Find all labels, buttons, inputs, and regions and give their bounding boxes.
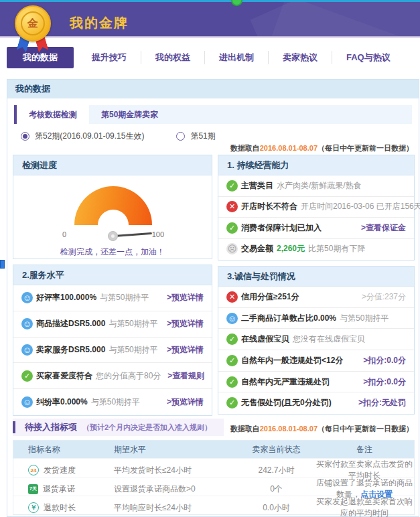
smile-icon: ☺: [21, 344, 33, 356]
deduction-link[interactable]: >扣分:0.0分: [363, 376, 406, 388]
check-icon: ✓: [226, 376, 238, 388]
table-row-shipping-speed: 24 发货速度 平均发货时长≤24小时 242.7小时 买家付款至卖家点击发货的…: [13, 458, 414, 477]
panel-title-business-continuity: 1. 持续经营能力: [218, 155, 414, 175]
preview-detail-link[interactable]: >预览详情: [167, 318, 204, 329]
page: 我的金牌 金 我的数据 提升技巧 我的权益 进出机制 卖家热议 FAQ与热议 我…: [0, 0, 420, 517]
deduction-link[interactable]: >扣分:0.0分: [363, 355, 406, 366]
preview-detail-link[interactable]: >预览详情: [167, 344, 204, 356]
section-title: 我的数据: [7, 80, 419, 98]
panel-integrity-penalty: 3.诚信与处罚情况 ✕ 信用分值≥251分 >分值:237分 ☺ 二手商品订单数…: [218, 266, 415, 415]
panel-business-continuity: 1. 持续经营能力 ✓ 主营类目 水产肉类/新鲜蔬果/熟食 ✕ 开店时长不符合 …: [218, 155, 415, 261]
col-header-current-status: 卖家当前状态: [238, 444, 315, 455]
row-positive-rate: ☺ 好评率100.000% 与第50期持平 >预览详情: [13, 285, 212, 311]
radio-period-52[interactable]: [21, 132, 29, 141]
check-icon: ✓: [226, 334, 238, 345]
deduction-link[interactable]: >扣分:无处罚: [358, 397, 406, 409]
24hour-icon: 24: [28, 465, 39, 475]
tab-my-benefits[interactable]: 我的权益: [141, 51, 205, 64]
row-transaction-amount: ☹ 交易金额2,260元 比第50期有下降: [218, 238, 414, 260]
data-source-note: 数据取自2016.08.01-08.07（每日中午更新前一日数据）: [230, 143, 413, 153]
check-icon: ✓: [226, 397, 238, 409]
tab-entry-exit-rules[interactable]: 进出机制: [205, 51, 269, 64]
check-icon: ✓: [226, 180, 238, 192]
gold-medal-icon: 金: [13, 5, 54, 54]
row-counterfeit-penalty: ✓ 无售假处罚(且无0分处罚) >扣分:无处罚: [218, 392, 414, 413]
view-rules-link[interactable]: >查看规则: [167, 370, 204, 382]
row-general-violation: ✓ 自然年内一般违规处罚<12分 >扣分:0.0分: [218, 350, 414, 371]
tab-faq[interactable]: FAQ与热议: [332, 51, 405, 64]
subtab-assessment-check[interactable]: 考核数据检测: [17, 105, 89, 124]
row-item-description-dsr: ☺ 商品描述DSR5.000 与第50期持平 >预览详情: [13, 311, 212, 337]
pending-note: （预计2个月内决定是否加入准入规则）: [82, 423, 212, 433]
row-secondhand-ratio: ☺ 二手商品订单数占比0.00% 与第50期持平: [218, 307, 414, 329]
data-date-range: 2016.08.01-08.07: [260, 144, 318, 152]
gauge-caption: 检测完成，还差一点，加油！: [13, 246, 212, 258]
row-dispute-rate: ☺ 纠纷率0.000% 与第50期持平 >预览详情: [13, 388, 212, 415]
col-header-indicator-name: 指标名称: [13, 444, 114, 455]
gauge-max-label: 100: [152, 230, 164, 238]
data-source-note: 数据取自2016.08.01-08.07（每日中午更新前一日数据）: [230, 424, 413, 434]
preview-detail-link[interactable]: >预览详情: [167, 396, 204, 408]
data-date-range: 2016.08.01-08.07: [260, 425, 318, 433]
radio-period-51[interactable]: [176, 132, 185, 141]
panel-check-progress: 检测进度 0 100 检测完成，还差一点，加油！: [13, 155, 212, 259]
period-selector: 第52期(2016.09.01-09.15生效) 第51期: [21, 131, 216, 142]
refund-icon: ￥: [28, 502, 39, 513]
table-row-return-promise: 7天 退货承诺 设置退货承诺商品数>0 0个 店铺设置了退货承诺的商品数量，点击…: [13, 477, 414, 496]
row-serious-violation: ✓ 自然年内无严重违规处罚 >扣分:0.0分: [218, 371, 414, 392]
col-header-expected-level: 期望水平: [114, 444, 238, 455]
subtab-period50-seller[interactable]: 第50期金牌卖家: [89, 105, 170, 124]
pending-indicators-header: 待接入指标项 （预计2个月内决定是否加入准入规则）: [13, 419, 224, 436]
pending-accent-bar: [13, 421, 15, 433]
check-icon: ✓: [21, 370, 33, 382]
tab-improve-skills[interactable]: 提升技巧: [78, 51, 141, 64]
row-fake-items: ✓ 在线虚假宝贝 您没有在线虚假宝贝: [218, 328, 414, 350]
smile-icon: ☺: [21, 292, 33, 303]
row-consumer-protection: ✓ 消费者保障计划已加入 >查看保证金: [218, 217, 414, 238]
meh-face-icon: ☹: [226, 243, 238, 254]
pending-indicators-table: 指标名称 期望水平 卖家当前状态 备注 24 发货速度 平均发货时长≤24小时 …: [13, 440, 415, 515]
smile-icon: ☺: [21, 318, 33, 329]
main-nav-tabs: 我的数据 提升技巧 我的权益 进出机制 卖家热议 FAQ与热议: [7, 47, 405, 68]
medal-coin: 金: [15, 5, 51, 42]
radio-label-period-52[interactable]: 第52期(2016.09.01-09.15生效): [35, 131, 144, 142]
table-header-row: 指标名称 期望水平 卖家当前状态 备注: [13, 441, 414, 458]
radio-label-period-51[interactable]: 第51期: [190, 131, 215, 142]
content-container: 我的数据 考核数据检测 第50期金牌卖家 第52期(2016.09.01-09.…: [7, 79, 419, 517]
view-deposit-link[interactable]: >查看保证金: [361, 222, 406, 234]
preview-detail-link[interactable]: >预览详情: [167, 292, 204, 303]
smile-icon: ☺: [21, 396, 33, 408]
panel-title-integrity-penalty: 3.诚信与处罚情况: [218, 267, 414, 287]
top-accent-strip: [0, 0, 420, 2]
tab-seller-discussion[interactable]: 卖家热议: [269, 51, 332, 64]
row-seller-service-dsr: ☺ 卖家服务DSR5.000 与第50期持平 >预览详情: [13, 337, 212, 363]
gauge-arc: [74, 186, 152, 225]
row-buyer-favor: ✓ 买家喜爱度符合 您的分值高于80分 >查看规则: [13, 362, 212, 388]
sub-tabs: 考核数据检测 第50期金牌卖家: [14, 105, 412, 124]
gauge-hub: [108, 231, 118, 241]
page-title: 我的金牌: [70, 14, 129, 32]
check-icon: ✓: [226, 222, 238, 234]
panel-title-service-level: 2.服务水平: [13, 265, 212, 285]
gauge-needle: [113, 232, 152, 237]
pending-title: 待接入指标项: [25, 421, 77, 433]
cross-icon: ✕: [226, 201, 238, 212]
cross-icon: ✕: [226, 291, 238, 303]
progress-gauge: 0 100: [42, 186, 183, 238]
credit-score-note: >分值:237分: [362, 291, 406, 303]
left-edge-widget[interactable]: [0, 260, 5, 269]
page-header: 我的金牌: [0, 2, 420, 38]
col-header-remark: 备注: [315, 444, 414, 455]
row-main-category: ✓ 主营类目 水产肉类/新鲜蔬果/熟食: [218, 175, 414, 196]
panel-title-check-progress: 检测进度: [13, 155, 212, 175]
row-shop-age: ✕ 开店时长不符合 开店时间2016-03-06 已开店156天: [218, 196, 414, 218]
row-credit-score: ✕ 信用分值≥251分 >分值:237分: [218, 287, 414, 307]
return-promise-icon: 7天: [28, 484, 38, 494]
panel-service-level: 2.服务水平 ☺ 好评率100.000% 与第50期持平 >预览详情 ☺ 商品描…: [13, 265, 212, 416]
smile-icon: ☺: [226, 313, 238, 324]
table-row-refund-duration: ￥ 退款时长 平均响应时长≤24小时 0.0小时 买家发起退款至卖家首次响应的平…: [13, 496, 414, 514]
transaction-amount-value: 2,260元: [277, 243, 305, 254]
check-icon: ✓: [226, 355, 238, 366]
gauge-min-label: 0: [62, 230, 66, 238]
